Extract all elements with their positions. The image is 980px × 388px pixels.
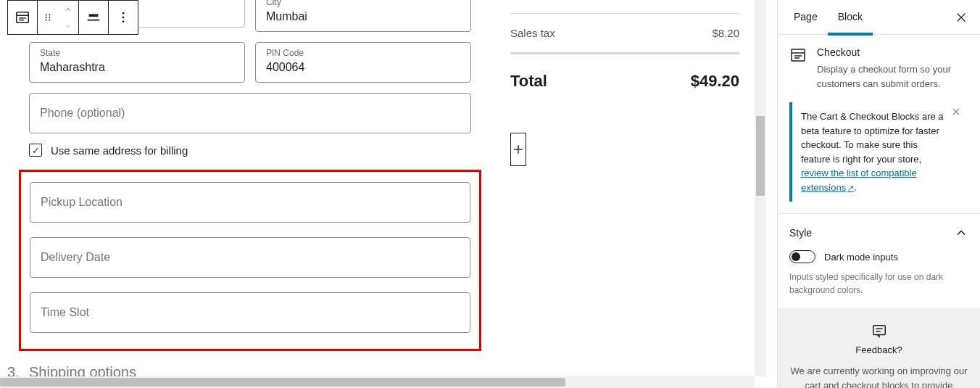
svg-rect-10: [89, 14, 99, 17]
plus-icon: [511, 142, 526, 157]
sidebar-tabs: Page Block: [778, 0, 980, 35]
chevron-up-icon: [954, 226, 968, 240]
notice-text: The Cart & Checkout Blocks are a beta fe…: [801, 111, 944, 165]
phone-label: Phone (optional): [40, 105, 125, 121]
step-title: Shipping options: [29, 364, 471, 376]
editor-vertical-scrollbar[interactable]: [755, 0, 766, 376]
block-card: Checkout Display a checkout form so your…: [778, 35, 980, 102]
phone-field[interactable]: Phone (optional): [29, 93, 471, 133]
pickup-location-label: Pickup Location: [41, 194, 122, 210]
toggle-knob: [792, 252, 800, 261]
svg-point-6: [46, 17, 47, 18]
state-label: State: [40, 47, 234, 59]
feedback-text: We are currently working on improving ou…: [789, 364, 968, 388]
step-number: 3.: [7, 364, 20, 376]
pickup-location-field[interactable]: Pickup Location: [30, 182, 470, 223]
close-icon: [955, 11, 968, 24]
close-icon: [951, 107, 961, 117]
pin-label: PIN Code: [266, 47, 460, 59]
city-field[interactable]: City: [255, 0, 471, 32]
state-field[interactable]: State: [29, 42, 245, 83]
svg-point-8: [46, 19, 47, 20]
options-button[interactable]: [109, 1, 138, 34]
settings-sidebar: Page Block Checkout Display a checkout f…: [777, 0, 980, 388]
add-block-button[interactable]: [510, 133, 526, 166]
shipping-options-step: 3. Shipping options Optional text for th…: [29, 364, 471, 376]
svg-point-5: [49, 14, 50, 15]
notice-suffix: .: [854, 182, 857, 193]
summary-total-row: Total $49.20: [510, 52, 739, 108]
drag-icon: [43, 12, 53, 22]
svg-rect-11: [88, 20, 100, 21]
block-title: Checkout: [817, 46, 968, 58]
tab-page[interactable]: Page: [784, 1, 828, 36]
style-panel-title: Style: [789, 227, 812, 239]
summary-tax-row: Sales tax $8.20: [510, 14, 739, 52]
dark-mode-toggle[interactable]: [789, 250, 815, 263]
align-icon: [86, 9, 101, 25]
svg-rect-19: [792, 49, 805, 61]
svg-rect-0: [17, 12, 29, 23]
beta-notice: The Cart & Checkout Blocks are a beta fe…: [789, 102, 968, 202]
align-button[interactable]: [79, 1, 108, 34]
summary-tax-value: $8.20: [712, 27, 739, 39]
summary-total-value: $49.20: [691, 72, 739, 91]
chevron-up-icon: [63, 6, 73, 13]
delivery-date-field[interactable]: Delivery Date: [30, 237, 470, 278]
move-up-button[interactable]: [58, 1, 78, 17]
svg-point-7: [49, 17, 50, 18]
dark-mode-toggle-row: Dark mode inputs: [789, 250, 968, 263]
svg-point-13: [122, 17, 125, 19]
pin-input[interactable]: [266, 59, 460, 74]
editor-pane: Country/Region City State: [0, 0, 766, 388]
city-label: City: [266, 0, 460, 9]
dark-mode-label: Dark mode inputs: [824, 252, 898, 263]
checkout-block-icon: [789, 46, 807, 64]
order-summary: Sales tax $8.20 Total $49.20: [510, 13, 739, 108]
svg-point-4: [46, 14, 47, 15]
state-input[interactable]: [40, 59, 234, 74]
scrollbar-thumb[interactable]: [0, 378, 565, 387]
time-slot-field[interactable]: Time Slot: [30, 292, 470, 333]
custom-fields-highlight: Pickup Location Delivery Date Time Slot: [19, 170, 481, 351]
feedback-panel: Feedback? We are currently working on im…: [778, 308, 980, 388]
drag-handle-button[interactable]: [38, 1, 58, 34]
tab-block[interactable]: Block: [828, 1, 873, 36]
city-input[interactable]: [266, 9, 460, 23]
feedback-title: Feedback?: [789, 344, 968, 355]
block-description: Display a checkout form so your customer…: [817, 62, 968, 91]
same-address-label: Use same address for billing: [51, 144, 188, 157]
checkbox-checked-icon: ✓: [29, 144, 42, 157]
feedback-icon: [789, 323, 968, 339]
layout-icon: [14, 9, 30, 25]
same-address-checkbox[interactable]: ✓ Use same address for billing: [29, 144, 471, 157]
time-slot-label: Time Slot: [41, 305, 89, 321]
scrollbar-thumb[interactable]: [756, 116, 765, 196]
checkout-block: Country/Region City State: [0, 0, 755, 376]
chevron-down-icon: [63, 22, 73, 30]
checkout-form-column: Country/Region City State: [7, 0, 486, 376]
svg-rect-25: [873, 326, 885, 335]
notice-link[interactable]: review the list of compatible extensions…: [801, 168, 917, 193]
dark-mode-help: Inputs styled specifically for use on da…: [789, 271, 968, 297]
delivery-date-label: Delivery Date: [41, 249, 110, 265]
svg-point-14: [122, 20, 125, 22]
style-panel: Style Dark mode inputs Inputs styled spe…: [778, 213, 980, 308]
editor-horizontal-scrollbar[interactable]: [0, 376, 755, 388]
svg-point-12: [122, 12, 125, 15]
svg-point-9: [49, 19, 50, 20]
move-down-button[interactable]: [58, 17, 78, 34]
more-vertical-icon: [116, 10, 130, 25]
style-panel-header[interactable]: Style: [789, 226, 968, 240]
order-summary-column: Sales tax $8.20 Total $49.20: [486, 0, 747, 376]
external-link-icon: ↗: [847, 183, 854, 192]
block-toolbar: [7, 0, 138, 35]
summary-tax-label: Sales tax: [510, 27, 555, 39]
close-sidebar-button[interactable]: [948, 4, 974, 30]
block-type-button[interactable]: [8, 1, 37, 34]
notice-dismiss-button[interactable]: [951, 107, 966, 121]
summary-total-label: Total: [510, 72, 547, 91]
pin-field[interactable]: PIN Code: [255, 42, 471, 83]
